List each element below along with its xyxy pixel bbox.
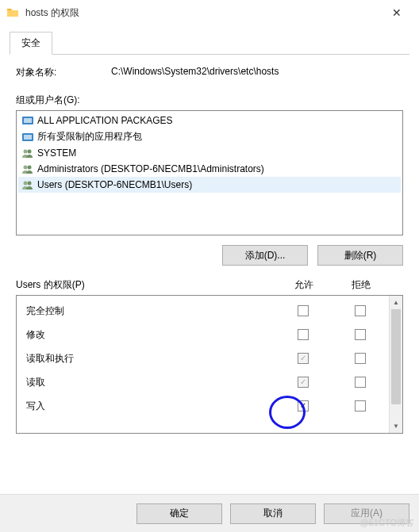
list-item[interactable]: ALL APPLICATION PACKAGES: [18, 113, 401, 128]
list-item-label: SYSTEM: [37, 147, 76, 159]
cancel-button[interactable]: 取消: [230, 503, 316, 524]
group-icon: [21, 178, 34, 191]
ok-button[interactable]: 确定: [136, 503, 222, 524]
permission-row: 读取和执行: [17, 346, 389, 370]
permission-name: 读取: [26, 376, 275, 389]
deny-checkbox[interactable]: [355, 377, 366, 388]
svg-point-8: [24, 182, 28, 186]
permission-row: 修改: [17, 323, 389, 346]
window-title: hosts 的权限: [25, 6, 381, 20]
svg-point-9: [28, 182, 32, 186]
tab-bar: 安全: [10, 32, 409, 55]
scroll-up-icon[interactable]: ▲: [390, 296, 402, 309]
permission-name: 写入: [26, 400, 275, 413]
svg-point-4: [24, 150, 28, 154]
list-item[interactable]: SYSTEM: [18, 145, 401, 161]
list-item[interactable]: 所有受限制的应用程序包: [18, 128, 401, 145]
permission-name: 读取和执行: [26, 352, 275, 366]
svg-rect-3: [24, 135, 32, 140]
svg-rect-1: [24, 118, 32, 123]
package-icon: [21, 131, 34, 144]
deny-header: 拒绝: [333, 278, 390, 292]
add-button[interactable]: 添加(D)...: [222, 245, 308, 266]
deny-checkbox[interactable]: [355, 353, 366, 364]
list-item[interactable]: Users (DESKTOP-6NECMB1\Users): [18, 177, 401, 193]
permission-name: 完全控制: [26, 304, 275, 318]
scroll-thumb[interactable]: [391, 309, 401, 404]
permission-row: 写入: [17, 394, 389, 418]
permissions-header: Users 的权限(P): [16, 278, 275, 292]
titlebar: hosts 的权限 ✕: [0, 0, 419, 25]
apply-button[interactable]: 应用(A): [324, 503, 409, 524]
list-item-label: Administrators (DESKTOP-6NECMB1\Administ…: [37, 163, 264, 174]
allow-checkbox[interactable]: [298, 305, 309, 316]
list-item-label: 所有受限制的应用程序包: [37, 130, 142, 144]
svg-point-5: [28, 150, 32, 154]
list-item-label: ALL APPLICATION PACKAGES: [37, 115, 173, 126]
allow-checkbox[interactable]: [298, 329, 309, 340]
group-icon: [21, 147, 34, 159]
scrollbar[interactable]: ▲ ▼: [389, 296, 402, 433]
scroll-down-icon[interactable]: ▼: [390, 419, 402, 433]
permissions-box: 完全控制修改读取和执行读取写入 ▲ ▼: [16, 295, 403, 434]
svg-point-6: [24, 166, 28, 170]
allow-checkbox[interactable]: [298, 353, 309, 364]
deny-checkbox[interactable]: [355, 305, 366, 316]
allow-checkbox[interactable]: [298, 377, 309, 388]
list-item-label: Users (DESKTOP-6NECMB1\Users): [37, 179, 192, 190]
package-icon: [21, 114, 34, 127]
object-name-value: C:\Windows\System32\drivers\etc\hosts: [111, 66, 403, 79]
object-name-label: 对象名称:: [16, 66, 111, 79]
allow-checkbox[interactable]: [298, 400, 309, 411]
groups-listbox[interactable]: ALL APPLICATION PACKAGES 所有受限制的应用程序包 SYS…: [16, 110, 403, 235]
folder-icon: [6, 6, 19, 19]
group-icon: [21, 163, 34, 175]
dialog-footer: 确定 取消 应用(A): [0, 494, 419, 532]
list-item[interactable]: Administrators (DESKTOP-6NECMB1\Administ…: [18, 161, 401, 177]
tab-security[interactable]: 安全: [10, 32, 52, 55]
close-button[interactable]: ✕: [381, 6, 413, 19]
permission-name: 修改: [26, 328, 275, 342]
deny-checkbox[interactable]: [355, 329, 366, 340]
permission-row: 完全控制: [17, 299, 389, 323]
permission-row: 读取: [17, 370, 389, 394]
deny-checkbox[interactable]: [355, 400, 366, 411]
allow-header: 允许: [275, 278, 333, 292]
svg-point-7: [28, 166, 32, 170]
remove-button[interactable]: 删除(R): [317, 245, 403, 266]
groups-label: 组或用户名(G):: [16, 94, 403, 107]
